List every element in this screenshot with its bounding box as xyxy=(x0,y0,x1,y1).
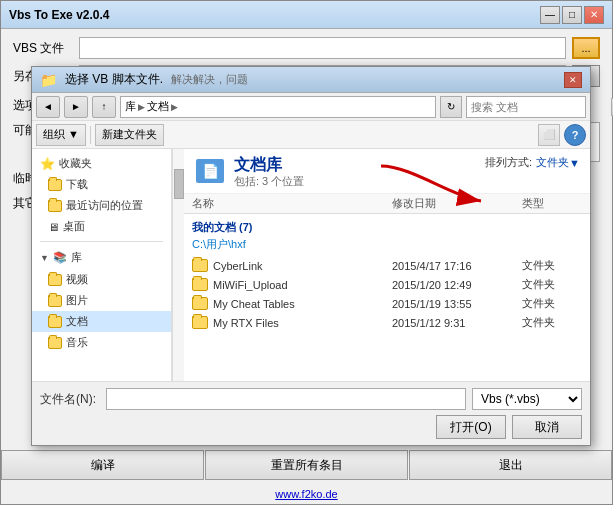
file-type-2: 文件夹 xyxy=(522,296,582,311)
forward-button[interactable]: ► xyxy=(64,96,88,118)
music-label: 音乐 xyxy=(66,335,88,350)
video-label: 视频 xyxy=(66,272,88,287)
help-button[interactable]: ? xyxy=(564,124,586,146)
reset-button[interactable]: 重置所有条目 xyxy=(205,450,408,480)
file-name-cell-3: My RTX Files xyxy=(192,316,392,329)
sort-label: 排列方式: xyxy=(485,155,532,170)
sort-value-text: 文件夹 xyxy=(536,155,569,170)
sidebar-item-picture[interactable]: 图片 xyxy=(32,290,171,311)
scroll-thumb xyxy=(174,169,184,199)
col-modified: 修改日期 xyxy=(392,196,522,211)
picture-folder-icon xyxy=(48,295,62,307)
library-icon: 📚 xyxy=(53,251,67,264)
sidebar-item-desktop[interactable]: 🖥 桌面 xyxy=(32,216,171,237)
sidebar-separator xyxy=(40,241,163,242)
vbs-input[interactable] xyxy=(79,37,566,59)
file-dialog: 📁 选择 VB 脚本文件. 解决解决，问题 ✕ ◄ ► ↑ 库 ▶ 文档 ▶ ↻… xyxy=(31,66,591,446)
sidebar-item-video[interactable]: 视频 xyxy=(32,269,171,290)
file-folder-icon-1 xyxy=(192,278,208,291)
new-folder-button[interactable]: 新建文件夹 xyxy=(95,124,164,146)
file-name-cell-0: CyberLink xyxy=(192,259,392,272)
cancel-button[interactable]: 取消 xyxy=(512,415,582,439)
close-button[interactable]: ✕ xyxy=(584,6,604,24)
organize-button[interactable]: 组织 ▼ xyxy=(36,124,86,146)
dialog-title-suffix: 解决解决，问题 xyxy=(171,72,248,87)
sidebar-item-recent[interactable]: 最近访问的位置 xyxy=(32,195,171,216)
column-headers: 名称 修改日期 类型 xyxy=(184,194,590,214)
dialog-close-button[interactable]: ✕ xyxy=(564,72,582,88)
dialog-action-buttons: 打开(O) 取消 xyxy=(40,415,582,439)
my-docs-path: C:\用户\hxf xyxy=(184,237,590,256)
vbs-file-row: VBS 文件 ... xyxy=(13,37,600,59)
file-item-1[interactable]: MiWiFi_Upload 2015/1/20 12:49 文件夹 xyxy=(184,275,590,294)
file-item-0[interactable]: CyberLink 2015/4/17 17:16 文件夹 xyxy=(184,256,590,275)
library-icon-area: 📄 xyxy=(194,155,226,187)
exit-button[interactable]: 退出 xyxy=(409,450,612,480)
sidebar-item-document[interactable]: 文档 xyxy=(32,311,171,332)
dialog-file-area: 📄 文档库 包括: 3 个位置 排列方式: 文件夹 ▼ xyxy=(184,149,590,381)
dialog-title: 选择 VB 脚本文件. xyxy=(65,71,163,88)
sidebar-library-header[interactable]: ▼ 📚 库 xyxy=(32,246,171,269)
search-input[interactable] xyxy=(471,101,609,113)
library-big-icon: 📄 xyxy=(196,159,224,183)
file-item-3[interactable]: My RTX Files 2015/1/12 9:31 文件夹 xyxy=(184,313,590,332)
filename-input[interactable] xyxy=(106,388,466,410)
sidebar-scrollbar[interactable] xyxy=(172,149,184,381)
refresh-button[interactable]: ↻ xyxy=(440,96,462,118)
library-label: 库 xyxy=(71,250,82,265)
up-button[interactable]: ↑ xyxy=(92,96,116,118)
document-folder-icon xyxy=(48,316,62,328)
dialog-toolbar: 组织 ▼ 新建文件夹 ⬜ ? xyxy=(32,121,590,149)
breadcrumb[interactable]: 库 ▶ 文档 ▶ xyxy=(120,96,436,118)
file-name-cell-2: My Cheat Tables xyxy=(192,297,392,310)
view-button[interactable]: ⬜ xyxy=(538,124,560,146)
sidebar-favorites-header[interactable]: ⭐ 收藏夹 xyxy=(32,153,171,174)
library-header: 📄 文档库 包括: 3 个位置 排列方式: 文件夹 ▼ xyxy=(184,149,590,194)
dialog-bottom: 文件名(N): Vbs (*.vbs) 打开(O) 取消 xyxy=(32,381,590,445)
file-list: 我的文档 (7) C:\用户\hxf CyberLink 2015/4/17 1… xyxy=(184,214,590,381)
my-docs-header: 我的文档 (7) xyxy=(184,216,590,237)
file-modified-1: 2015/1/20 12:49 xyxy=(392,279,522,291)
file-type-1: 文件夹 xyxy=(522,277,582,292)
file-item-2[interactable]: My Cheat Tables 2015/1/19 13:55 文件夹 xyxy=(184,294,590,313)
filename-row: 文件名(N): Vbs (*.vbs) xyxy=(40,388,582,410)
main-window: Vbs To Exe v2.0.4 — □ ✕ VBS 文件 ... 另存为 .… xyxy=(0,0,613,505)
file-name-1: MiWiFi_Upload xyxy=(213,279,288,291)
sort-arrow: ▼ xyxy=(569,157,580,169)
library-info: 文档库 包括: 3 个位置 xyxy=(234,155,304,189)
library-includes: 包括: 3 个位置 xyxy=(234,175,304,187)
triangle-icon: ▼ xyxy=(40,253,49,263)
desktop-label: 桌面 xyxy=(63,219,85,234)
back-button[interactable]: ◄ xyxy=(36,96,60,118)
title-bar: Vbs To Exe v2.0.4 — □ ✕ xyxy=(1,1,612,29)
minimize-button[interactable]: — xyxy=(540,6,560,24)
library-title: 文档库 xyxy=(234,155,304,174)
file-type-3: 文件夹 xyxy=(522,315,582,330)
file-name-2: My Cheat Tables xyxy=(213,298,295,310)
maximize-button[interactable]: □ xyxy=(562,6,582,24)
dialog-nav-bar: ◄ ► ↑ 库 ▶ 文档 ▶ ↻ 🔍 xyxy=(32,93,590,121)
download-folder-icon xyxy=(48,179,62,191)
col-name: 名称 xyxy=(192,196,392,211)
sidebar-item-music[interactable]: 音乐 xyxy=(32,332,171,353)
file-modified-3: 2015/1/12 9:31 xyxy=(392,317,522,329)
sidebar-item-download[interactable]: 下载 xyxy=(32,174,171,195)
breadcrumb-documents: 文档 xyxy=(147,99,169,114)
sort-value-button[interactable]: 文件夹 ▼ xyxy=(536,155,580,170)
compile-button[interactable]: 编译 xyxy=(1,450,204,480)
vbs-browse-button[interactable]: ... xyxy=(572,37,600,59)
picture-label: 图片 xyxy=(66,293,88,308)
breadcrumb-library: 库 xyxy=(125,99,136,114)
library-sort: 排列方式: 文件夹 ▼ xyxy=(485,155,580,170)
file-folder-icon-2 xyxy=(192,297,208,310)
open-button[interactable]: 打开(O) xyxy=(436,415,506,439)
file-modified-0: 2015/4/17 17:16 xyxy=(392,260,522,272)
breadcrumb-sep2: ▶ xyxy=(171,102,178,112)
footer-link[interactable]: www.f2ko.de xyxy=(1,484,612,504)
filetype-select[interactable]: Vbs (*.vbs) xyxy=(472,388,582,410)
download-label: 下载 xyxy=(66,177,88,192)
filename-label: 文件名(N): xyxy=(40,391,100,408)
recent-label: 最近访问的位置 xyxy=(66,198,143,213)
desktop-icon: 🖥 xyxy=(48,221,59,233)
col-type: 类型 xyxy=(522,196,582,211)
